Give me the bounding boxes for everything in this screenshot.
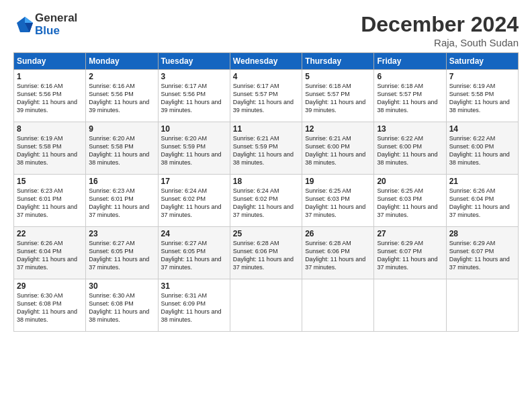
logo: General Blue: [13, 12, 77, 37]
day-number: 7: [449, 72, 515, 81]
table-row: 11Sunrise: 6:21 AMSunset: 5:59 PMDayligh…: [230, 122, 302, 175]
day-detail: Sunrise: 6:31 AMSunset: 6:09 PMDaylight:…: [161, 292, 222, 323]
table-row: 30Sunrise: 6:30 AMSunset: 6:08 PMDayligh…: [86, 279, 158, 332]
day-number: 21: [449, 177, 515, 186]
day-number: 25: [233, 229, 299, 238]
col-saturday: Saturday: [446, 53, 518, 70]
day-detail: Sunrise: 6:24 AMSunset: 6:02 PMDaylight:…: [233, 187, 294, 218]
day-number: 20: [377, 177, 443, 186]
day-detail: Sunrise: 6:18 AMSunset: 5:57 PMDaylight:…: [305, 83, 365, 113]
day-detail: Sunrise: 6:22 AMSunset: 6:00 PMDaylight:…: [449, 135, 510, 166]
logo-text: General Blue: [35, 12, 77, 37]
table-row: 12Sunrise: 6:21 AMSunset: 6:00 PMDayligh…: [302, 122, 374, 175]
day-number: 2: [89, 72, 154, 81]
sub-title: Raja, South Sudan: [361, 37, 519, 48]
table-row: 6Sunrise: 6:18 AMSunset: 5:57 PMDaylight…: [374, 70, 446, 122]
day-number: 3: [161, 72, 227, 81]
table-row: [446, 279, 518, 332]
table-row: 23Sunrise: 6:27 AMSunset: 6:05 PMDayligh…: [86, 227, 158, 279]
day-number: 9: [89, 124, 154, 134]
day-detail: Sunrise: 6:21 AMSunset: 5:59 PMDaylight:…: [233, 135, 294, 166]
table-row: 17Sunrise: 6:24 AMSunset: 6:02 PMDayligh…: [158, 175, 230, 227]
table-row: 7Sunrise: 6:19 AMSunset: 5:58 PMDaylight…: [446, 70, 518, 122]
day-detail: Sunrise: 6:25 AMSunset: 6:03 PMDaylight:…: [305, 187, 365, 218]
col-friday: Friday: [374, 53, 446, 70]
day-number: 28: [449, 229, 515, 238]
table-row: 13Sunrise: 6:22 AMSunset: 6:00 PMDayligh…: [374, 122, 446, 175]
svg-marker-1: [25, 17, 33, 23]
logo-general: General: [35, 12, 77, 25]
table-row: 8Sunrise: 6:19 AMSunset: 5:58 PMDaylight…: [14, 122, 86, 175]
table-row: 22Sunrise: 6:26 AMSunset: 6:04 PMDayligh…: [14, 227, 86, 279]
table-row: 29Sunrise: 6:30 AMSunset: 6:08 PMDayligh…: [14, 279, 86, 332]
day-number: 12: [305, 124, 371, 134]
table-row: 3Sunrise: 6:17 AMSunset: 5:56 PMDaylight…: [158, 70, 230, 122]
day-number: 24: [161, 229, 227, 238]
day-number: 27: [377, 229, 443, 238]
col-thursday: Thursday: [302, 53, 374, 70]
day-detail: Sunrise: 6:23 AMSunset: 6:01 PMDaylight:…: [89, 187, 149, 218]
day-number: 31: [161, 281, 227, 291]
day-detail: Sunrise: 6:26 AMSunset: 6:04 PMDaylight:…: [17, 240, 77, 271]
calendar-week-row: 22Sunrise: 6:26 AMSunset: 6:04 PMDayligh…: [14, 227, 519, 279]
day-number: 29: [17, 281, 83, 291]
logo-icon: [15, 15, 35, 35]
table-row: 20Sunrise: 6:25 AMSunset: 6:03 PMDayligh…: [374, 175, 446, 227]
day-number: 1: [17, 72, 83, 81]
header: General Blue December 2024 Raja, South S…: [13, 12, 519, 48]
col-wednesday: Wednesday: [230, 53, 302, 70]
calendar-week-row: 15Sunrise: 6:23 AMSunset: 6:01 PMDayligh…: [14, 175, 519, 227]
day-detail: Sunrise: 6:30 AMSunset: 6:08 PMDaylight:…: [17, 292, 77, 323]
calendar: Sunday Monday Tuesday Wednesday Thursday…: [13, 52, 519, 332]
table-row: 25Sunrise: 6:28 AMSunset: 6:06 PMDayligh…: [230, 227, 302, 279]
day-number: 14: [449, 124, 515, 134]
day-detail: Sunrise: 6:29 AMSunset: 6:07 PMDaylight:…: [377, 240, 437, 271]
table-row: 28Sunrise: 6:29 AMSunset: 6:07 PMDayligh…: [446, 227, 518, 279]
table-row: [302, 279, 374, 332]
day-detail: Sunrise: 6:17 AMSunset: 5:56 PMDaylight:…: [161, 83, 222, 113]
day-number: 22: [17, 229, 83, 238]
day-detail: Sunrise: 6:24 AMSunset: 6:02 PMDaylight:…: [161, 187, 222, 218]
day-number: 26: [305, 229, 371, 238]
table-row: 24Sunrise: 6:27 AMSunset: 6:05 PMDayligh…: [158, 227, 230, 279]
day-number: 8: [17, 124, 83, 134]
calendar-week-row: 29Sunrise: 6:30 AMSunset: 6:08 PMDayligh…: [14, 279, 519, 332]
day-number: 18: [233, 177, 299, 186]
table-row: 14Sunrise: 6:22 AMSunset: 6:00 PMDayligh…: [446, 122, 518, 175]
day-detail: Sunrise: 6:28 AMSunset: 6:06 PMDaylight:…: [305, 240, 365, 271]
title-block: December 2024 Raja, South Sudan: [361, 12, 519, 48]
day-detail: Sunrise: 6:23 AMSunset: 6:01 PMDaylight:…: [17, 187, 77, 218]
table-row: [230, 279, 302, 332]
day-detail: Sunrise: 6:16 AMSunset: 5:56 PMDaylight:…: [89, 83, 149, 113]
day-detail: Sunrise: 6:22 AMSunset: 6:00 PMDaylight:…: [377, 135, 437, 166]
table-row: 9Sunrise: 6:20 AMSunset: 5:58 PMDaylight…: [86, 122, 158, 175]
calendar-week-row: 8Sunrise: 6:19 AMSunset: 5:58 PMDaylight…: [14, 122, 519, 175]
day-detail: Sunrise: 6:29 AMSunset: 6:07 PMDaylight:…: [449, 240, 510, 271]
table-row: 27Sunrise: 6:29 AMSunset: 6:07 PMDayligh…: [374, 227, 446, 279]
day-detail: Sunrise: 6:26 AMSunset: 6:04 PMDaylight:…: [449, 187, 510, 218]
table-row: 10Sunrise: 6:20 AMSunset: 5:59 PMDayligh…: [158, 122, 230, 175]
day-number: 17: [161, 177, 227, 186]
day-detail: Sunrise: 6:16 AMSunset: 5:56 PMDaylight:…: [17, 83, 77, 113]
table-row: 18Sunrise: 6:24 AMSunset: 6:02 PMDayligh…: [230, 175, 302, 227]
day-number: 13: [377, 124, 443, 134]
day-number: 6: [377, 72, 443, 81]
page: General Blue December 2024 Raja, South S…: [0, 0, 532, 411]
table-row: 21Sunrise: 6:26 AMSunset: 6:04 PMDayligh…: [446, 175, 518, 227]
col-sunday: Sunday: [14, 53, 86, 70]
day-detail: Sunrise: 6:19 AMSunset: 5:58 PMDaylight:…: [17, 135, 77, 166]
day-detail: Sunrise: 6:30 AMSunset: 6:08 PMDaylight:…: [89, 292, 149, 323]
calendar-week-row: 1Sunrise: 6:16 AMSunset: 5:56 PMDaylight…: [14, 70, 519, 122]
day-detail: Sunrise: 6:17 AMSunset: 5:57 PMDaylight:…: [233, 83, 294, 113]
table-row: 15Sunrise: 6:23 AMSunset: 6:01 PMDayligh…: [14, 175, 86, 227]
logo-blue: Blue: [35, 25, 77, 38]
day-detail: Sunrise: 6:21 AMSunset: 6:00 PMDaylight:…: [305, 135, 365, 166]
day-detail: Sunrise: 6:19 AMSunset: 5:58 PMDaylight:…: [449, 83, 510, 113]
day-number: 11: [233, 124, 299, 134]
day-detail: Sunrise: 6:25 AMSunset: 6:03 PMDaylight:…: [377, 187, 437, 218]
day-number: 23: [89, 229, 154, 238]
day-detail: Sunrise: 6:27 AMSunset: 6:05 PMDaylight:…: [161, 240, 222, 271]
table-row: 16Sunrise: 6:23 AMSunset: 6:01 PMDayligh…: [86, 175, 158, 227]
table-row: 19Sunrise: 6:25 AMSunset: 6:03 PMDayligh…: [302, 175, 374, 227]
day-number: 30: [89, 281, 154, 291]
